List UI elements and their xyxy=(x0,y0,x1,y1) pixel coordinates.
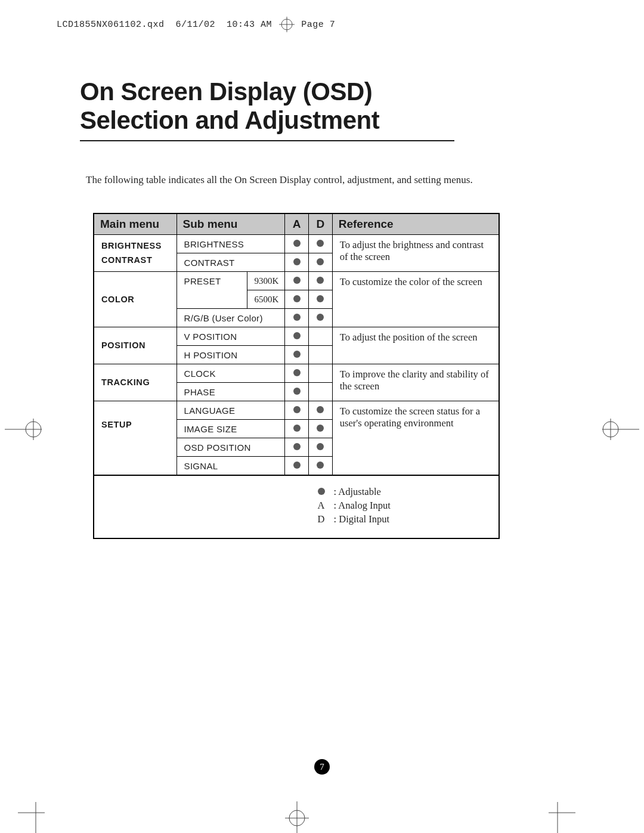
print-filename: LCD1855NX061102.qxd xyxy=(57,20,165,30)
adjustable-dot-icon xyxy=(293,388,301,395)
legend-row: : Adjustable A : Analog Input D : Digita… xyxy=(94,475,499,538)
adjustable-dot-icon xyxy=(293,369,301,376)
print-date: 6/11/02 xyxy=(176,20,216,30)
cropmark-left-icon xyxy=(5,411,58,447)
main-color: COLOR xyxy=(94,271,177,327)
adjustable-dot-icon xyxy=(293,406,301,413)
adjustable-dot-icon xyxy=(293,314,301,321)
adjustable-dot-icon xyxy=(317,258,324,265)
page-title: On Screen Display (OSD) Selection and Ad… xyxy=(80,78,564,135)
adjustable-dot-icon xyxy=(293,277,301,284)
adjustable-dot-icon xyxy=(317,406,324,413)
adjustable-dot-icon xyxy=(293,351,301,358)
adjustable-dot-icon xyxy=(293,258,301,265)
cropmark-bottom-center-icon xyxy=(279,793,315,833)
adjustable-dot-icon xyxy=(293,443,301,450)
dot-cell xyxy=(285,234,309,253)
table-header-row: Main menu Sub menu A D Reference xyxy=(94,213,499,235)
main-brightness-contrast: BRIGHTNESS CONTRAST xyxy=(94,234,177,271)
adjustable-dot-icon xyxy=(317,425,324,432)
cropmark-bottom-left-icon xyxy=(18,790,54,833)
adjustable-dot-icon xyxy=(293,462,301,469)
adjustable-dot-icon xyxy=(317,295,324,302)
main-tracking: TRACKING xyxy=(94,364,177,401)
legend-digital: D : Digital Input xyxy=(315,513,493,525)
dot-cell xyxy=(309,234,333,253)
th-main: Main menu xyxy=(94,213,177,235)
adjustable-dot-icon xyxy=(317,277,324,284)
th-sub: Sub menu xyxy=(177,213,285,235)
adjustable-dot-icon xyxy=(317,314,324,321)
th-ref: Reference xyxy=(332,213,499,235)
print-time: 10:43 AM xyxy=(227,20,272,30)
adjustable-dot-icon xyxy=(317,240,324,247)
main-setup: SETUP xyxy=(94,401,177,475)
table-row: BRIGHTNESS CONTRAST BRIGHTNESS To adjust… xyxy=(94,234,499,253)
table-row: POSITION V POSITION To adjust the positi… xyxy=(94,327,499,345)
print-page: Page 7 xyxy=(301,20,335,30)
print-header: LCD1855NX061102.qxd 6/11/02 10:43 AM Pag… xyxy=(57,17,335,32)
adjustable-dot-icon xyxy=(293,240,301,247)
register-mark-icon xyxy=(278,17,296,32)
adjustable-dot-icon xyxy=(317,462,324,469)
table-row: TRACKING CLOCK To improve the clarity an… xyxy=(94,364,499,382)
adjustable-dot-icon xyxy=(293,332,301,339)
legend-adjustable: : Adjustable xyxy=(315,486,493,498)
adjustable-dot-icon xyxy=(318,488,325,495)
adjustable-dot-icon xyxy=(293,425,301,432)
cropmark-bottom-right-icon xyxy=(540,790,575,833)
title-underline xyxy=(80,140,454,141)
osd-table: Main menu Sub menu A D Reference BRIGHTN… xyxy=(93,213,500,539)
table-row: COLOR PRESET 9300K To customize the colo… xyxy=(94,271,499,290)
intro-text: The following table indicates all the On… xyxy=(86,174,564,186)
th-d: D xyxy=(309,213,333,235)
adjustable-dot-icon xyxy=(317,443,324,450)
legend-analog: A : Analog Input xyxy=(315,500,493,512)
adjustable-dot-icon xyxy=(293,295,301,302)
th-a: A xyxy=(285,213,309,235)
main-position: POSITION xyxy=(94,327,177,364)
page-number: 7 xyxy=(0,759,644,775)
cropmark-right-icon xyxy=(586,411,639,447)
table-row: SETUP LANGUAGE To customize the screen s… xyxy=(94,401,499,419)
